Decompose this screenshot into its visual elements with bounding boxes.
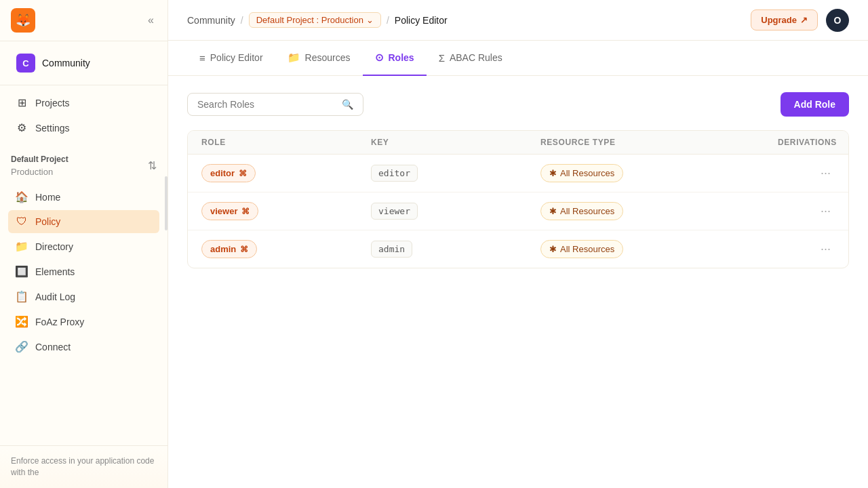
more-options-editor[interactable]: ··· bbox=[816, 165, 835, 182]
role-name-viewer: viewer bbox=[210, 206, 237, 216]
sidebar-item-foaz-proxy[interactable]: 🔀 FoAz Proxy bbox=[8, 310, 159, 333]
tab-abac-rules[interactable]: Σ ABAC Rules bbox=[427, 41, 515, 76]
projects-icon: ⊞ bbox=[15, 96, 28, 109]
collapse-sidebar-button[interactable]: « bbox=[145, 12, 157, 29]
table-header: ROLE KEY RESOURCE TYPE DERIVATIONS bbox=[188, 131, 848, 155]
upgrade-button[interactable]: Upgrade ↗ bbox=[751, 9, 818, 30]
project-name: Default Project bbox=[11, 155, 68, 164]
scrollbar-thumb[interactable] bbox=[165, 176, 167, 230]
user-avatar[interactable]: O bbox=[826, 9, 849, 32]
breadcrumb-sep-2: / bbox=[387, 15, 389, 26]
project-nav: 🏠 Home 🛡 Policy 📁 Directory 🔲 Elements 📋… bbox=[0, 180, 167, 365]
org-name: Community bbox=[42, 58, 90, 68]
main-content: Community / Default Project : Production… bbox=[168, 0, 868, 488]
roles-tab-label: Roles bbox=[389, 52, 414, 63]
top-nav: ⊞ Projects ⚙ Settings bbox=[0, 85, 167, 146]
actions-cell-editor: ··· bbox=[778, 165, 835, 182]
role-badge-admin[interactable]: admin ⌘ bbox=[201, 240, 257, 258]
role-cell-viewer: viewer ⌘ bbox=[201, 202, 371, 220]
audit-log-label: Audit Log bbox=[35, 291, 75, 302]
settings-icon: ⚙ bbox=[15, 121, 28, 134]
resource-cell-admin: ✱ All Resources bbox=[540, 240, 778, 258]
connect-icon: 🔗 bbox=[15, 340, 28, 353]
resource-badge-admin: ✱ All Resources bbox=[540, 240, 623, 258]
actions-cell-viewer: ··· bbox=[778, 203, 835, 220]
resource-badge-editor: ✱ All Resources bbox=[540, 164, 623, 182]
sidebar-item-settings[interactable]: ⚙ Settings bbox=[8, 116, 159, 140]
upgrade-arrow-icon: ↗ bbox=[800, 15, 808, 25]
sidebar-item-directory[interactable]: 📁 Directory bbox=[8, 235, 159, 258]
breadcrumb-chevron-icon: ⌄ bbox=[366, 15, 374, 25]
breadcrumb-org[interactable]: Community bbox=[187, 15, 235, 26]
sidebar-item-home[interactable]: 🏠 Home bbox=[8, 185, 159, 209]
table-row: admin ⌘ admin ✱ All Resources bbox=[188, 230, 848, 268]
resource-type-viewer: All Resources bbox=[560, 206, 614, 216]
resource-type-editor: All Resources bbox=[560, 168, 614, 178]
more-options-admin[interactable]: ··· bbox=[816, 241, 835, 258]
resource-type-admin: All Resources bbox=[560, 244, 614, 254]
resources-tab-label: Resources bbox=[305, 52, 351, 63]
key-cell-editor: editor bbox=[371, 165, 540, 182]
search-icon: 🔍 bbox=[342, 99, 353, 110]
table-row: editor ⌘ editor ✱ All Resources bbox=[188, 155, 848, 192]
resource-badge-viewer: ✱ All Resources bbox=[540, 202, 623, 220]
policy-icon: 🛡 bbox=[15, 216, 28, 228]
breadcrumb-project-env[interactable]: Default Project : Production ⌄ bbox=[249, 12, 381, 28]
role-cmd-icon-editor: ⌘ bbox=[239, 169, 247, 178]
project-env-name: Production bbox=[11, 167, 68, 177]
col-header-resource-type: RESOURCE TYPE bbox=[540, 138, 778, 147]
roles-toolbar: 🔍 Add Role bbox=[187, 92, 849, 117]
abac-rules-tab-label: ABAC Rules bbox=[450, 52, 502, 63]
tab-resources[interactable]: 📁 Resources bbox=[275, 41, 363, 76]
role-cmd-icon-admin: ⌘ bbox=[240, 245, 248, 254]
role-cell-editor: editor ⌘ bbox=[201, 164, 371, 182]
resource-cell-viewer: ✱ All Resources bbox=[540, 202, 778, 220]
resources-tab-icon: 📁 bbox=[288, 52, 300, 64]
foaz-proxy-icon: 🔀 bbox=[15, 315, 28, 328]
upgrade-label: Upgrade bbox=[761, 15, 797, 25]
tab-roles[interactable]: ⊙ Roles bbox=[363, 41, 427, 76]
breadcrumb: Community / Default Project : Production… bbox=[187, 12, 448, 28]
role-badge-viewer[interactable]: viewer ⌘ bbox=[201, 202, 258, 220]
sidebar-item-projects[interactable]: ⊞ Projects bbox=[8, 91, 159, 115]
topbar: Community / Default Project : Production… bbox=[168, 0, 868, 41]
project-env-toggle[interactable]: ⇅ bbox=[148, 159, 157, 172]
col-header-derivations: DERIVATIONS bbox=[778, 138, 837, 147]
role-name-admin: admin bbox=[210, 244, 236, 254]
elements-label: Elements bbox=[35, 266, 75, 277]
sidebar-item-audit-log[interactable]: 📋 Audit Log bbox=[8, 285, 159, 308]
key-cell-viewer: viewer bbox=[371, 203, 540, 220]
sidebar-item-elements[interactable]: 🔲 Elements bbox=[8, 260, 159, 283]
roles-tab-icon: ⊙ bbox=[375, 52, 384, 64]
search-box: 🔍 bbox=[187, 93, 363, 116]
add-role-button[interactable]: Add Role bbox=[781, 92, 849, 117]
roles-table: ROLE KEY RESOURCE TYPE DERIVATIONS edito… bbox=[187, 130, 849, 268]
search-roles-input[interactable] bbox=[197, 99, 336, 110]
key-badge-admin: admin bbox=[371, 241, 412, 258]
sidebar-header: 🦊 « bbox=[0, 0, 167, 41]
projects-label: Projects bbox=[35, 98, 70, 108]
project-section: Default Project Production ⇅ bbox=[0, 146, 167, 180]
sidebar-bottom-text: Enforce access in your application code … bbox=[11, 455, 157, 479]
topbar-right: Upgrade ↗ O bbox=[751, 9, 849, 32]
elements-icon: 🔲 bbox=[15, 265, 28, 278]
tab-policy-editor[interactable]: ≡ Policy Editor bbox=[187, 41, 275, 76]
breadcrumb-project-env-text: Default Project : Production bbox=[256, 15, 363, 25]
settings-label: Settings bbox=[35, 123, 70, 134]
org-item[interactable]: C Community bbox=[11, 49, 157, 77]
sidebar-item-connect[interactable]: 🔗 Connect bbox=[8, 335, 159, 359]
abac-rules-tab-icon: Σ bbox=[439, 52, 445, 64]
key-badge-editor: editor bbox=[371, 165, 418, 182]
tabs: ≡ Policy Editor 📁 Resources ⊙ Roles Σ AB… bbox=[168, 41, 868, 76]
directory-label: Directory bbox=[35, 241, 73, 252]
sidebar-bottom-promo: Enforce access in your application code … bbox=[0, 445, 167, 488]
col-header-key: KEY bbox=[371, 138, 540, 147]
sidebar-logo: 🦊 bbox=[11, 8, 35, 33]
directory-icon: 📁 bbox=[15, 240, 28, 253]
resource-star-icon-admin: ✱ bbox=[549, 244, 557, 254]
sidebar-item-policy[interactable]: 🛡 Policy bbox=[8, 210, 159, 233]
audit-log-icon: 📋 bbox=[15, 290, 28, 303]
more-options-viewer[interactable]: ··· bbox=[816, 203, 835, 220]
role-badge-editor[interactable]: editor ⌘ bbox=[201, 164, 256, 182]
project-env: Default Project Production ⇅ bbox=[11, 155, 157, 177]
